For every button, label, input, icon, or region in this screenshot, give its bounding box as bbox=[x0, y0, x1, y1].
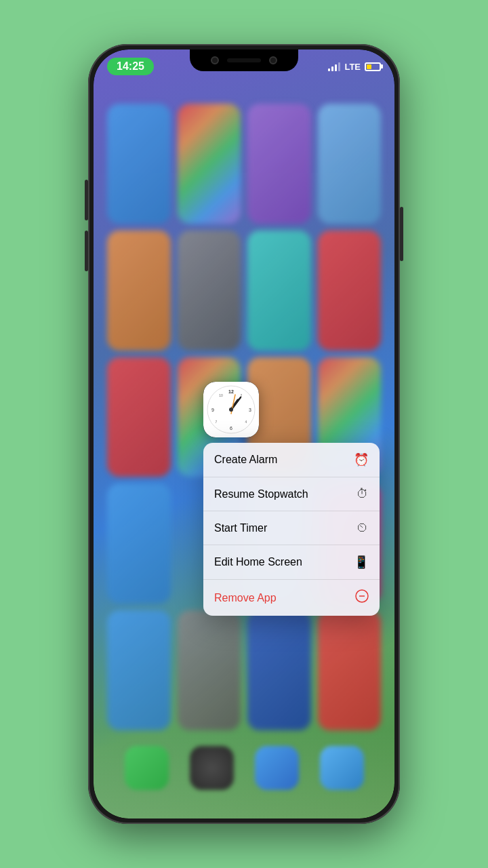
clock-svg: 12 3 6 9 10 2 4 7 bbox=[207, 385, 256, 434]
dock-safari-icon[interactable] bbox=[190, 746, 234, 790]
context-menu: Create Alarm ⏰ Resume Stopwatch ⏱ Start … bbox=[203, 443, 380, 616]
app-icon[interactable] bbox=[247, 231, 311, 351]
app-icon[interactable] bbox=[318, 104, 382, 224]
power-button[interactable] bbox=[400, 207, 403, 261]
menu-item-label: Create Alarm bbox=[214, 454, 277, 466]
app-icon[interactable] bbox=[318, 231, 382, 351]
menu-item-label: Resume Stopwatch bbox=[214, 488, 308, 500]
signal-bar-3 bbox=[335, 64, 337, 71]
alarm-icon: ⏰ bbox=[354, 452, 369, 467]
svg-text:7: 7 bbox=[216, 420, 218, 424]
volume-down-button[interactable] bbox=[85, 231, 88, 271]
app-icon[interactable] bbox=[107, 610, 171, 730]
status-right: LTE bbox=[328, 62, 381, 72]
dock-music-icon[interactable] bbox=[320, 746, 364, 790]
signal-bar-1 bbox=[328, 68, 330, 71]
screen: 14:25 LTE bbox=[94, 50, 394, 818]
svg-text:9: 9 bbox=[211, 408, 214, 412]
svg-text:3: 3 bbox=[249, 408, 251, 412]
notch bbox=[190, 50, 298, 71]
front-camera bbox=[211, 56, 219, 64]
app-icon[interactable] bbox=[107, 104, 171, 224]
menu-item-remove-app[interactable]: Remove App bbox=[203, 580, 380, 616]
dock-phone-icon[interactable] bbox=[125, 746, 169, 790]
timer-icon: ⏲ bbox=[357, 521, 369, 535]
app-icon[interactable] bbox=[107, 357, 171, 477]
clock-face: 12 3 6 9 10 2 4 7 bbox=[203, 382, 259, 437]
remove-icon bbox=[355, 589, 369, 606]
svg-text:10: 10 bbox=[219, 393, 223, 397]
menu-item-label: Remove App bbox=[214, 592, 277, 604]
time-display: 14:25 bbox=[107, 58, 154, 75]
menu-item-label: Start Timer bbox=[214, 522, 267, 534]
menu-item-label: Edit Home Screen bbox=[214, 556, 302, 568]
speaker bbox=[227, 58, 261, 62]
svg-text:6: 6 bbox=[230, 426, 232, 431]
app-icon[interactable] bbox=[107, 231, 171, 351]
app-icon[interactable] bbox=[178, 231, 241, 351]
svg-text:12: 12 bbox=[228, 389, 234, 394]
dock-mail-icon[interactable] bbox=[255, 746, 299, 790]
signal-bar-2 bbox=[331, 66, 333, 71]
signal-indicator bbox=[328, 62, 340, 71]
app-icon[interactable] bbox=[178, 104, 241, 224]
battery-indicator bbox=[365, 62, 381, 71]
volume-up-button[interactable] bbox=[85, 180, 88, 220]
clock-app-icon[interactable]: 12 3 6 9 10 2 4 7 bbox=[203, 382, 259, 437]
dock bbox=[94, 730, 394, 818]
menu-item-start-timer[interactable]: Start Timer ⏲ bbox=[203, 511, 380, 545]
app-icon[interactable] bbox=[247, 610, 311, 730]
signal-bar-4 bbox=[338, 62, 340, 71]
phone-frame: 14:25 LTE bbox=[88, 44, 400, 824]
app-icon[interactable] bbox=[318, 610, 382, 730]
svg-point-12 bbox=[229, 408, 233, 412]
menu-item-edit-home[interactable]: Edit Home Screen 📱 bbox=[203, 545, 380, 580]
menu-item-resume-stopwatch[interactable]: Resume Stopwatch ⏱ bbox=[203, 477, 380, 511]
svg-text:4: 4 bbox=[245, 420, 247, 424]
network-type: LTE bbox=[344, 62, 361, 72]
app-icon[interactable] bbox=[247, 104, 311, 224]
battery-fill bbox=[367, 64, 371, 69]
home-edit-icon: 📱 bbox=[354, 555, 369, 570]
stopwatch-icon: ⏱ bbox=[357, 487, 369, 501]
app-icon[interactable] bbox=[178, 610, 241, 730]
app-icon[interactable] bbox=[107, 484, 171, 604]
menu-item-create-alarm[interactable]: Create Alarm ⏰ bbox=[203, 443, 380, 477]
phone-inner: 14:25 LTE bbox=[94, 50, 394, 818]
face-id-sensor bbox=[269, 56, 277, 64]
